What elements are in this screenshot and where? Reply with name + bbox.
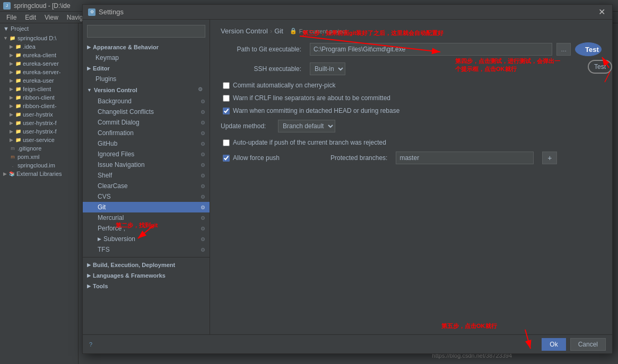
nav-label-commit-dialog: Commit Dialog [98, 119, 140, 126]
tree-label-ribbon: ribbon-client [23, 94, 55, 101]
nav-settings-icon-issue: ⚙ [201, 162, 205, 168]
tree-arrow-eu: ▶ [10, 78, 13, 83]
tree-item-eureka-user[interactable]: ▶ 📁 eureka-user [0, 76, 78, 85]
tree-label-ribbon2: ribbon-client- [23, 103, 57, 109]
nav-perforce[interactable]: Perforce , ⚙ [83, 223, 210, 234]
nav-github[interactable]: GitHub ⚙ [83, 138, 210, 149]
checkbox-auto-update-label: Auto-update if push of the current branc… [233, 139, 386, 146]
checkbox-detached-input[interactable] [223, 108, 230, 114]
checkbox-cherry-pick: Commit automatically on cherry-pick [221, 82, 602, 89]
tree-arrow-ribbon2: ▶ [10, 103, 13, 109]
tree-item-gitignore[interactable]: m .gitignore [0, 144, 78, 153]
nav-label-perforce: Perforce , [98, 225, 125, 232]
project-sidebar: ▼ Project ▼ 📁 springcloud D:\ ▶ 📁 .idea … [0, 23, 79, 364]
nav-label-background: Background [98, 97, 132, 105]
tree-item-springcloud[interactable]: . springcloud.im [0, 161, 78, 170]
checkbox-auto-update-input[interactable] [223, 139, 230, 146]
nav-languages[interactable]: ▶ Languages & Frameworks [83, 270, 210, 281]
nav-changelist[interactable]: Changelist Conflicts ⚙ [83, 106, 210, 117]
checkbox-force-push: Allow force push [221, 154, 280, 162]
menu-view[interactable]: View [40, 12, 63, 23]
close-button[interactable]: ✕ [596, 7, 607, 17]
ok-button[interactable]: Ok [542, 338, 565, 351]
update-method-select[interactable]: Branch default [278, 120, 335, 132]
dialog-title: Settings [99, 8, 596, 16]
menu-file[interactable]: File [2, 12, 21, 23]
nav-git[interactable]: Git ⚙ [83, 202, 210, 212]
tree-item-feign[interactable]: ▶ 📁 feign-client [0, 85, 78, 93]
file-icon-springcloud: . [10, 162, 16, 168]
tree-arrow-external: ▶ [3, 171, 7, 176]
tree-item-ribbon2[interactable]: ▶ 📁 ribbon-client- [0, 102, 78, 110]
nav-label-vc: Version Control [94, 87, 137, 93]
checkbox-force-push-input[interactable] [223, 155, 230, 162]
settings-search-input[interactable] [87, 25, 205, 38]
tree-item-hystrix-f2[interactable]: ▶ 📁 user-hystrix-f [0, 127, 78, 136]
ssh-row: SSH executable: Built-in [221, 63, 602, 75]
file-icon-gitignore: m [10, 145, 16, 152]
nav-label-appearance: Appearance & Behavior [93, 44, 159, 50]
test-button[interactable]: Test [575, 42, 602, 56]
nav-settings-icon-mercurial: ⚙ [201, 215, 205, 221]
tree-item-eureka-server[interactable]: ▶ 📁 eureka-server [0, 59, 78, 68]
checkbox-cherry-pick-input[interactable] [223, 82, 230, 89]
nav-label-tfs: TFS [98, 246, 110, 253]
tree-item-eureka-server2[interactable]: ▶ 📁 eureka-server- [0, 68, 78, 76]
tree-label-springcloud: springcloud.im [18, 162, 55, 168]
tree-label-eu: eureka-user [23, 77, 54, 84]
nav-settings-icon-cvs: ⚙ [201, 194, 205, 200]
ssh-select[interactable]: Built-in [310, 63, 345, 75]
nav-tfs[interactable]: TFS ⚙ [83, 244, 210, 255]
tree-item-service[interactable]: ▶ 📁 user-service [0, 136, 78, 144]
menu-edit[interactable]: Edit [21, 12, 40, 23]
cancel-button[interactable]: Cancel [570, 338, 606, 351]
help-link[interactable]: ? [89, 341, 92, 348]
tree-item-external[interactable]: ▶ 📚 External Libraries [0, 170, 78, 178]
nav-background[interactable]: Background ⚙ [83, 96, 210, 106]
breadcrumb-git: Git [274, 27, 283, 35]
nav-editor[interactable]: ▶ Editor [83, 63, 210, 74]
nav-issue[interactable]: Issue Navigation ⚙ [83, 159, 210, 170]
nav-mercurial[interactable]: Mercurial ⚙ [83, 212, 210, 223]
force-push-row: Allow force push Protected branches: + [221, 152, 602, 164]
nav-tools[interactable]: ▶ Tools [83, 281, 210, 291]
nav-label-mercurial: Mercurial [98, 214, 124, 221]
nav-settings-icon-confirmation: ⚙ [201, 130, 205, 136]
nav-appearance[interactable]: ▶ Appearance & Behavior [83, 42, 210, 52]
tree-item-hystrix-f[interactable]: ▶ 📁 user-hystrix-f [0, 119, 78, 127]
nav-ignored[interactable]: Ignored Files ⚙ [83, 149, 210, 159]
nav-confirmation[interactable]: Confirmation ⚙ [83, 128, 210, 138]
nav-keymap[interactable]: Keymap [83, 52, 210, 63]
folder-icon-hystrix: 📁 [15, 111, 21, 118]
nav-cvs[interactable]: CVS ⚙ [83, 191, 210, 202]
tree-arrow-hystrix: ▶ [10, 112, 13, 117]
nav-build[interactable]: ▶ Build, Execution, Deployment [83, 260, 210, 270]
tree-item-pom[interactable]: m pom.xml [0, 153, 78, 161]
browse-button[interactable]: … [556, 43, 571, 56]
nav-commit-dialog[interactable]: Commit Dialog ⚙ [83, 117, 210, 128]
nav-subversion[interactable]: ▶ Subversion ⚙ [83, 234, 210, 244]
nav-clearcase[interactable]: ClearCase ⚙ [83, 181, 210, 191]
tree-label-gitignore: .gitignore [18, 145, 41, 152]
nav-plugins[interactable]: Plugins [83, 74, 210, 84]
path-input[interactable] [310, 43, 552, 56]
nav-version-control[interactable]: ▼ Version Control ⚙ [83, 84, 210, 96]
nav-label-plugins: Plugins [95, 75, 116, 83]
nav-shelf[interactable]: Shelf ⚙ [83, 170, 210, 181]
checkbox-crlf-input[interactable] [223, 95, 230, 102]
tree-item-ribbon[interactable]: ▶ 📁 ribbon-client [0, 93, 78, 102]
test-button-overlay[interactable]: Test [588, 60, 612, 74]
test-btn-circle[interactable]: Test [588, 60, 612, 74]
folder-icon-eu: 📁 [15, 77, 21, 84]
tree-item-hystrix[interactable]: ▶ 📁 user-hystrix [0, 110, 78, 119]
checkbox-cherry-pick-label: Commit automatically on cherry-pick [233, 82, 335, 89]
checkbox-crlf-label: Warn if CRLF line separators are about t… [233, 94, 390, 102]
protected-add-button[interactable]: + [542, 152, 557, 164]
tree-arrow-feign: ▶ [10, 86, 13, 92]
protected-branches-input[interactable] [396, 152, 534, 164]
tree-root[interactable]: ▼ 📁 springcloud D:\ [0, 34, 78, 42]
nav-settings-icon-shelf: ⚙ [201, 173, 205, 179]
tree-item-idea[interactable]: ▶ 📁 .idea [0, 42, 78, 51]
tree-item-eureka-client[interactable]: ▶ 📁 eureka-client [0, 51, 78, 59]
tree-label-es: eureka-server [23, 60, 59, 67]
